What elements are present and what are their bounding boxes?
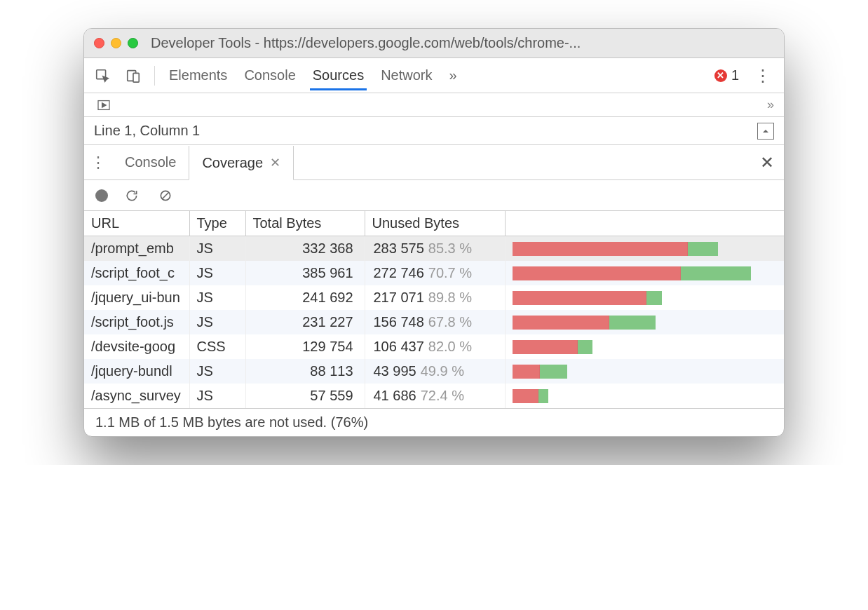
cell-total-bytes: 385 961 xyxy=(245,261,365,285)
titlebar: Developer Tools - https://developers.goo… xyxy=(84,29,784,58)
cell-total-bytes: 241 692 xyxy=(245,285,365,310)
cell-unused-bytes: 283 57585.3 % xyxy=(365,236,505,262)
tab-sources[interactable]: Sources xyxy=(310,60,367,90)
cell-usage-bar xyxy=(505,310,784,334)
cell-usage-bar xyxy=(505,334,784,359)
cell-total-bytes: 231 227 xyxy=(245,310,365,334)
coverage-summary: 1.1 MB of 1.5 MB bytes are not used. (76… xyxy=(84,408,784,436)
window-controls xyxy=(94,38,138,48)
cell-unused-bytes: 272 74670.7 % xyxy=(365,261,505,285)
device-toolbar-icon[interactable] xyxy=(123,66,143,86)
cell-usage-bar xyxy=(505,359,784,384)
devtools-window: Developer Tools - https://developers.goo… xyxy=(83,28,785,437)
cell-url: /jquery-bundl xyxy=(84,359,189,384)
table-row[interactable]: /jquery_ui-bunJS241 692217 07189.8 % xyxy=(84,285,784,310)
cell-type: JS xyxy=(189,310,245,334)
maximize-window-button[interactable] xyxy=(128,38,138,48)
cell-type: CSS xyxy=(189,334,245,359)
cell-type: JS xyxy=(189,384,245,408)
column-header-type[interactable]: Type xyxy=(189,211,245,236)
drawer-toggle-icon[interactable] xyxy=(757,123,774,140)
column-header-unused[interactable]: Unused Bytes xyxy=(365,211,505,236)
tab-console[interactable]: Console xyxy=(241,60,298,90)
table-row[interactable]: /devsite-googCSS129 754106 43782.0 % xyxy=(84,334,784,359)
record-button[interactable] xyxy=(95,189,108,202)
table-row[interactable]: /jquery-bundlJS88 11343 99549.9 % xyxy=(84,359,784,384)
column-header-total[interactable]: Total Bytes xyxy=(245,211,365,236)
tab-elements[interactable]: Elements xyxy=(166,60,230,90)
window-title: Developer Tools - https://developers.goo… xyxy=(145,35,774,51)
cell-url: /async_survey xyxy=(84,384,189,408)
close-tab-icon[interactable]: ✕ xyxy=(270,155,280,170)
drawer-menu-icon[interactable]: ⋮ xyxy=(84,145,112,179)
table-row[interactable]: /script_foot.jsJS231 227156 74867.8 % xyxy=(84,310,784,334)
table-row[interactable]: /async_surveyJS57 55941 68672.4 % xyxy=(84,384,784,408)
cell-type: JS xyxy=(189,236,245,262)
drawer-tab-label: Console xyxy=(125,154,176,170)
editor-status-line: Line 1, Column 1 xyxy=(84,117,784,145)
drawer-tab-console[interactable]: Console xyxy=(112,145,189,179)
cell-url: /prompt_emb xyxy=(84,236,189,262)
reload-button[interactable] xyxy=(122,186,142,205)
clear-button[interactable] xyxy=(156,186,175,205)
tab-network[interactable]: Network xyxy=(378,60,435,90)
coverage-toolbar xyxy=(84,180,784,211)
cell-usage-bar xyxy=(505,261,784,285)
cell-total-bytes: 57 559 xyxy=(245,384,365,408)
cell-total-bytes: 332 368 xyxy=(245,236,365,262)
minimize-window-button[interactable] xyxy=(111,38,121,48)
column-header-visualization xyxy=(505,211,784,236)
svg-line-5 xyxy=(162,192,169,199)
cell-type: JS xyxy=(189,261,245,285)
drawer-tabbar: ⋮ Console Coverage ✕ ✕ xyxy=(84,145,784,180)
cell-type: JS xyxy=(189,359,245,384)
cell-usage-bar xyxy=(505,384,784,408)
drawer-tab-label: Coverage xyxy=(202,155,263,171)
cell-unused-bytes: 217 07189.8 % xyxy=(365,285,505,310)
cell-unused-bytes: 43 99549.9 % xyxy=(365,359,505,384)
table-row[interactable]: /script_foot_cJS385 961272 74670.7 % xyxy=(84,261,784,285)
tabs-overflow-icon[interactable]: » xyxy=(447,60,460,90)
error-badge[interactable]: ✕ 1 xyxy=(714,67,739,83)
cell-unused-bytes: 106 43782.0 % xyxy=(365,334,505,359)
cell-url: /jquery_ui-bun xyxy=(84,285,189,310)
error-icon: ✕ xyxy=(714,69,727,82)
drawer-tab-coverage[interactable]: Coverage ✕ xyxy=(189,146,294,180)
toolbar-divider xyxy=(154,66,155,86)
main-toolbar: Elements Console Sources Network » ✕ 1 ⋮ xyxy=(84,58,784,93)
column-header-url[interactable]: URL xyxy=(84,211,189,236)
cell-unused-bytes: 41 68672.4 % xyxy=(365,384,505,408)
cell-url: /script_foot.js xyxy=(84,310,189,334)
cell-total-bytes: 88 113 xyxy=(245,359,365,384)
svg-rect-2 xyxy=(133,73,139,82)
cell-total-bytes: 129 754 xyxy=(245,334,365,359)
close-window-button[interactable] xyxy=(94,38,104,48)
cell-url: /script_foot_c xyxy=(84,261,189,285)
sources-subbar: » xyxy=(84,93,784,117)
sources-overflow-icon[interactable]: » xyxy=(767,97,774,112)
cell-usage-bar xyxy=(505,285,784,310)
close-drawer-icon[interactable]: ✕ xyxy=(750,145,784,179)
table-row[interactable]: /prompt_embJS332 368283 57585.3 % xyxy=(84,236,784,262)
coverage-table: URL Type Total Bytes Unused Bytes /promp… xyxy=(84,211,784,408)
file-navigator-icon[interactable] xyxy=(94,95,114,115)
cursor-position: Line 1, Column 1 xyxy=(94,123,200,139)
cell-unused-bytes: 156 74867.8 % xyxy=(365,310,505,334)
cell-url: /devsite-goog xyxy=(84,334,189,359)
cell-usage-bar xyxy=(505,236,784,262)
error-count: 1 xyxy=(731,67,739,83)
settings-menu-icon[interactable]: ⋮ xyxy=(750,66,775,86)
inspect-element-icon[interactable] xyxy=(93,66,112,86)
cell-type: JS xyxy=(189,285,245,310)
